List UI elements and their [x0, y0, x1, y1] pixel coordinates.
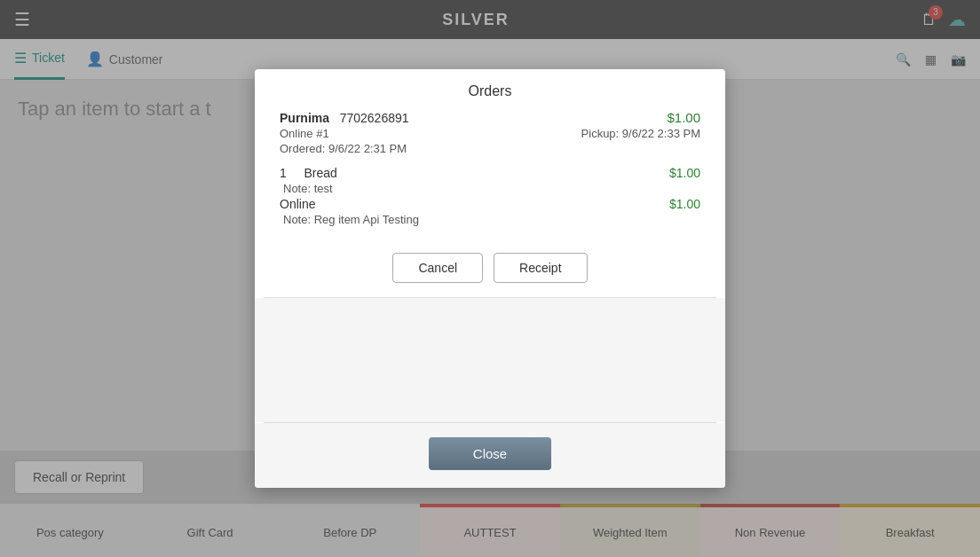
online-price: $1.00: [669, 197, 700, 211]
order-item-row: 1 Bread $1.00: [280, 166, 700, 180]
pickup-time: Pickup: 9/6/22 2:33 PM: [581, 127, 700, 140]
item-note: Note: test: [280, 182, 700, 195]
order-meta-row: Online #1 Pickup: 9/6/22 2:33 PM: [280, 127, 700, 140]
item-price: $1.00: [669, 166, 700, 180]
customer-name-phone: Purnima 7702626891: [280, 111, 409, 125]
modal-body: Purnima 7702626891 $1.00 Online #1 Picku…: [255, 110, 725, 242]
cancel-button[interactable]: Cancel: [392, 253, 483, 283]
order-customer-row: Purnima 7702626891 $1.00: [280, 110, 700, 125]
order-online-row: Online $1.00: [280, 197, 700, 211]
modal-actions: Cancel Receipt: [255, 242, 725, 297]
order-number: Online #1: [280, 127, 329, 140]
order-date: Ordered: 9/6/22 2:31 PM: [280, 142, 700, 155]
modal-spacer: [255, 298, 725, 422]
app-background: ☰ SILVER 🗒 3 ☁ ☰ Ticket 👤 Customer 🔍 ▦: [0, 0, 980, 557]
online-note: Note: Reg item Api Testing: [280, 213, 700, 226]
item-name: Bread: [304, 166, 336, 180]
modal-header: Orders: [255, 69, 725, 110]
modal-overlay: Orders Purnima 7702626891 $1.00 Online #…: [0, 0, 980, 557]
order-total: $1.00: [667, 110, 700, 125]
online-label: Online: [280, 197, 315, 211]
item-detail: 1 Bread: [280, 166, 337, 180]
modal-footer: Close: [255, 423, 725, 488]
item-qty: 1: [280, 166, 287, 180]
receipt-button[interactable]: Receipt: [494, 253, 587, 283]
modal-title: Orders: [469, 83, 512, 98]
orders-modal: Orders Purnima 7702626891 $1.00 Online #…: [255, 69, 725, 488]
close-button[interactable]: Close: [429, 437, 551, 470]
customer-name: Purnima: [280, 111, 329, 125]
customer-phone: 7702626891: [340, 111, 409, 125]
